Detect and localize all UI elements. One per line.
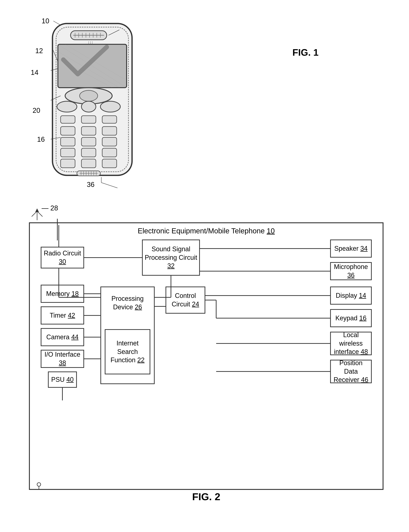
svg-point-24 bbox=[81, 101, 96, 112]
fig1-section: FIG. 1 10 34 12 14 20 16 36 bbox=[0, 7, 409, 197]
fig1-label: FIG. 1 bbox=[292, 47, 318, 58]
microphone-block: Microphone 36 bbox=[330, 262, 372, 280]
radio-circuit-block: Radio Circuit 30 bbox=[41, 247, 84, 269]
fig1-label-text: FIG. 1 bbox=[292, 47, 318, 58]
svg-line-55 bbox=[101, 183, 118, 188]
svg-point-23 bbox=[100, 101, 120, 112]
io-interface-block: I/O Interface 38 bbox=[41, 350, 84, 368]
ref-20: 20 bbox=[33, 107, 40, 114]
display-block: Display 14 bbox=[330, 287, 372, 305]
svg-rect-27 bbox=[102, 116, 117, 123]
processing-device-block: ProcessingDevice 26 Internet SearchFunct… bbox=[100, 287, 155, 384]
timer-block: Timer 42 bbox=[41, 307, 84, 325]
local-wireless-block: Local wirelessinterface 48 bbox=[330, 332, 372, 355]
svg-point-21 bbox=[80, 90, 98, 101]
position-data-block: Position DataReceiver 46 bbox=[330, 360, 372, 383]
phone-drawing bbox=[42, 18, 147, 188]
fig2-label: FIG. 2 bbox=[192, 491, 220, 503]
svg-point-22 bbox=[57, 101, 77, 112]
svg-rect-36 bbox=[102, 148, 117, 157]
svg-rect-38 bbox=[81, 159, 96, 168]
ref-14: 14 bbox=[31, 69, 38, 76]
sound-signal-block: Sound SignalProcessing Circuit32 bbox=[142, 240, 200, 276]
svg-rect-35 bbox=[81, 148, 96, 157]
svg-rect-37 bbox=[61, 159, 75, 168]
diagram-outer-box: Electronic Equipment/Mobile Telephone 30… bbox=[29, 222, 383, 490]
svg-rect-29 bbox=[81, 126, 96, 135]
svg-rect-31 bbox=[61, 137, 75, 146]
svg-rect-25 bbox=[61, 116, 75, 123]
psu-block: PSU 40 bbox=[48, 371, 77, 388]
control-circuit-block: ControlCircuit 24 bbox=[166, 287, 205, 314]
camera-block: Camera 44 bbox=[41, 328, 84, 346]
antenna-line bbox=[56, 219, 58, 240]
svg-rect-34 bbox=[61, 148, 75, 157]
speaker-block: Speaker 34 bbox=[330, 240, 372, 258]
svg-rect-33 bbox=[102, 137, 117, 146]
svg-rect-39 bbox=[102, 159, 117, 168]
antenna-icon bbox=[30, 207, 44, 222]
diagram-title: Electronic Equipment/Mobile Telephone 30… bbox=[138, 227, 275, 235]
svg-marker-59 bbox=[35, 208, 39, 212]
fig2-label-text: FIG. 2 bbox=[192, 491, 220, 502]
svg-rect-28 bbox=[61, 126, 75, 135]
internet-search-block: Internet SearchFunction 22 bbox=[105, 329, 150, 374]
memory-block: Memory 18 bbox=[41, 285, 84, 303]
svg-rect-32 bbox=[81, 137, 96, 146]
svg-rect-26 bbox=[81, 116, 96, 123]
keypad-block: Keypad 16 bbox=[330, 309, 372, 327]
svg-rect-30 bbox=[102, 126, 117, 135]
fig2-section: FIG. 2 — 28 Electronic Equipment/Mobile … bbox=[11, 204, 402, 508]
